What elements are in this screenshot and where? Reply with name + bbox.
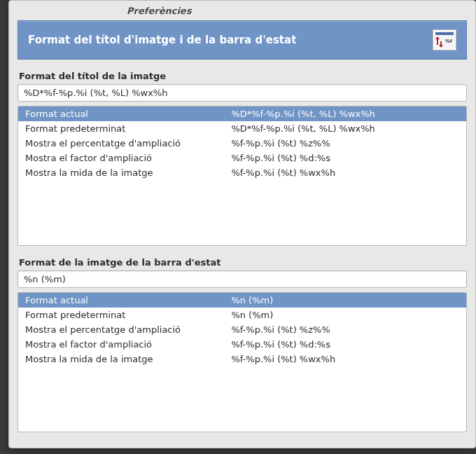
title-format-list[interactable]: Format actual%D*%f-%p.%i (%t, %L) %wx%hF… xyxy=(18,106,467,246)
statusbar-format-section: Format de la imatge de la barra d'estat … xyxy=(18,253,467,432)
page-title: Format del títol d'imatge i de la barra … xyxy=(28,34,296,46)
list-item-label: Format actual xyxy=(18,106,224,121)
list-item[interactable]: Format predeterminat%n (%m) xyxy=(18,308,466,322)
list-item-label: Mostra el factor d'ampliació xyxy=(18,151,224,165)
svg-marker-4 xyxy=(439,45,443,48)
list-item-value: %f-%p.%i (%t) %d:%s xyxy=(224,151,466,165)
list-item-label: Format predeterminat xyxy=(18,121,224,136)
statusbar-format-label: Format de la imatge de la barra d'estat xyxy=(19,257,467,268)
list-item[interactable]: Mostra el percentatge d'ampliació%f-%p.%… xyxy=(18,136,466,151)
list-item[interactable]: Format actual%n (%m) xyxy=(18,293,466,308)
list-item-value: %n (%m) xyxy=(224,293,466,308)
list-item-value: %D*%f-%p.%i (%t, %L) %wx%h xyxy=(224,121,466,136)
svg-marker-2 xyxy=(435,36,440,39)
list-item-label: Mostra el percentatge d'ampliació xyxy=(18,322,224,337)
title-format-icon: %f xyxy=(433,29,456,50)
list-item-value: %f-%p.%i (%t) %z%% xyxy=(224,322,466,337)
svg-text:%f: %f xyxy=(445,38,452,44)
statusbar-format-list[interactable]: Format actual%n (%m)Format predeterminat… xyxy=(18,292,467,432)
title-format-section: Format del títol de la imatge Format act… xyxy=(18,67,467,246)
list-item-label: Mostra la mida de la imatge xyxy=(18,352,224,366)
list-item[interactable]: Mostra la mida de la imatge%f-%p.%i (%t)… xyxy=(18,165,466,180)
title-format-label: Format del títol de la imatge xyxy=(19,71,467,81)
list-item[interactable]: Mostra el factor d'ampliació%f-%p.%i (%t… xyxy=(18,151,466,165)
list-item-value: %D*%f-%p.%i (%t, %L) %wx%h xyxy=(224,106,466,121)
svg-rect-0 xyxy=(435,32,454,35)
list-item-value: %f-%p.%i (%t) %z%% xyxy=(224,136,466,151)
preferences-window: Preferències Format del títol d'imatge i… xyxy=(8,0,476,448)
window-title: Preferències xyxy=(127,6,191,16)
list-item-value: %f-%p.%i (%t) %wx%h xyxy=(224,165,466,180)
list-item-label: Format actual xyxy=(18,293,224,308)
list-item[interactable]: Mostra el percentatge d'ampliació%f-%p.%… xyxy=(18,322,466,337)
window-content: Format del títol d'imatge i de la barra … xyxy=(9,20,475,448)
list-item-label: Mostra el factor d'ampliació xyxy=(18,337,224,352)
list-item-value: %n (%m) xyxy=(224,308,466,322)
list-item[interactable]: Format predeterminat%D*%f-%p.%i (%t, %L)… xyxy=(18,121,466,136)
list-item-label: Format predeterminat xyxy=(18,308,224,322)
list-item[interactable]: Mostra el factor d'ampliació%f-%p.%i (%t… xyxy=(18,337,466,352)
list-item-label: Mostra la mida de la imatge xyxy=(18,165,224,180)
window-titlebar: Preferències xyxy=(9,1,475,20)
page-header: Format del títol d'imatge i de la barra … xyxy=(18,20,467,60)
list-item-value: %f-%p.%i (%t) %wx%h xyxy=(224,352,466,366)
title-format-input[interactable] xyxy=(18,84,467,102)
statusbar-format-input[interactable] xyxy=(18,270,467,288)
list-item[interactable]: Format actual%D*%f-%p.%i (%t, %L) %wx%h xyxy=(18,106,466,121)
list-item-value: %f-%p.%i (%t) %d:%s xyxy=(224,337,466,352)
list-item-label: Mostra el percentatge d'ampliació xyxy=(18,136,224,151)
list-item[interactable]: Mostra la mida de la imatge%f-%p.%i (%t)… xyxy=(18,352,466,366)
